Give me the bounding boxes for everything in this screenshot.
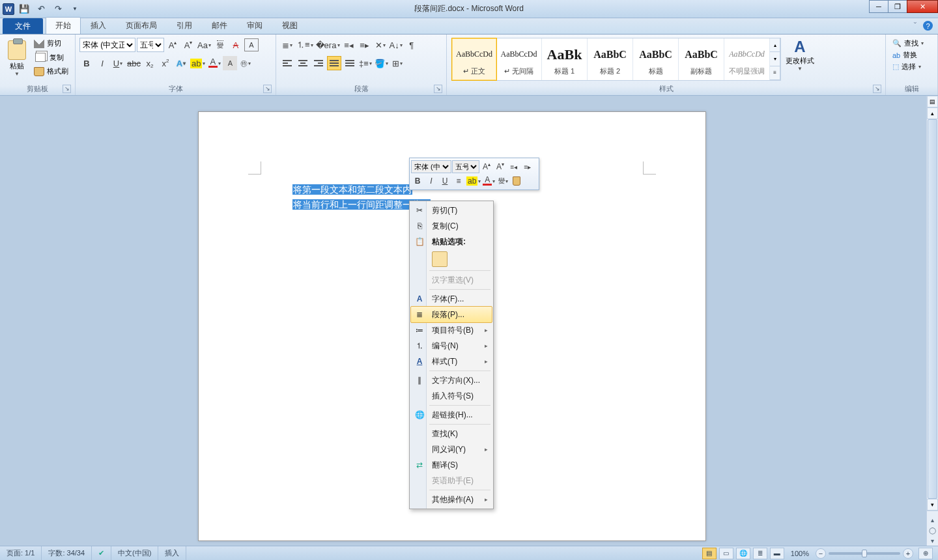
- scroll-up-button[interactable]: ▴: [927, 107, 938, 119]
- restore-button[interactable]: ❐: [888, 0, 907, 13]
- mini-increase-indent-button[interactable]: ≡▸: [521, 160, 534, 173]
- tab-view[interactable]: 视图: [272, 17, 307, 34]
- view-outline-button[interactable]: ≣: [753, 548, 767, 559]
- status-insert-mode[interactable]: 插入: [158, 546, 186, 560]
- style-subtitle[interactable]: AaBbC副标题: [679, 38, 724, 80]
- ctx-cut[interactable]: ✂剪切(T): [411, 203, 492, 218]
- highlight-button[interactable]: ab: [190, 56, 206, 70]
- format-painter-button[interactable]: 格式刷: [31, 65, 71, 77]
- font-size-select[interactable]: 五号: [137, 38, 164, 52]
- tab-review[interactable]: 审阅: [237, 17, 272, 34]
- status-proofing[interactable]: ✔: [92, 546, 111, 560]
- close-button[interactable]: ✕: [907, 0, 938, 13]
- tab-home[interactable]: 开始: [46, 17, 81, 34]
- align-right-button[interactable]: [311, 56, 326, 70]
- scroll-thumb[interactable]: [928, 119, 937, 499]
- qat-customize-button[interactable]: ▼: [68, 2, 82, 16]
- mini-italic-button[interactable]: I: [425, 175, 438, 188]
- mini-underline-button[interactable]: U: [438, 175, 451, 188]
- view-print-layout-button[interactable]: ▤: [702, 548, 717, 559]
- mini-format-painter-button[interactable]: [510, 175, 523, 188]
- ctx-bullets[interactable]: ≔项目符号(B)▸: [411, 322, 492, 338]
- app-icon[interactable]: W: [3, 3, 14, 15]
- gallery-down-button[interactable]: ▾: [770, 51, 780, 66]
- view-web-layout-button[interactable]: 🌐: [736, 548, 750, 559]
- status-language[interactable]: 中文(中国): [111, 546, 158, 560]
- gallery-up-button[interactable]: ▴: [770, 38, 780, 52]
- tab-references[interactable]: 引用: [167, 17, 202, 34]
- tab-mailings[interactable]: 邮件: [202, 17, 237, 34]
- undo-button[interactable]: ↶: [34, 2, 48, 16]
- minimize-button[interactable]: ─: [869, 0, 888, 13]
- ctx-hyperlink[interactable]: 🌐超链接(H)...: [411, 407, 492, 423]
- browse-object-button[interactable]: ◯: [927, 525, 938, 535]
- grow-font-button[interactable]: A▴: [165, 38, 180, 52]
- tab-file[interactable]: 文件: [3, 18, 43, 34]
- mini-grow-font-button[interactable]: A▴: [480, 160, 493, 173]
- prev-page-button[interactable]: ▴: [927, 514, 938, 525]
- text-effects-button[interactable]: A: [174, 56, 188, 70]
- zoom-level[interactable]: 100%: [791, 550, 809, 557]
- style-heading1[interactable]: AaBk标题 1: [542, 38, 588, 80]
- mini-bold-button[interactable]: B: [411, 175, 424, 188]
- line-spacing-button[interactable]: ‡≡: [358, 56, 373, 70]
- enclose-characters-button[interactable]: ㊕: [238, 56, 253, 70]
- ctx-other-actions[interactable]: 其他操作(A)▸: [411, 492, 492, 507]
- mini-highlight-button[interactable]: ab: [466, 175, 481, 188]
- ctx-translate[interactable]: ⇄翻译(S): [411, 457, 492, 473]
- ctx-synonyms[interactable]: 同义词(Y)▸: [411, 441, 492, 457]
- replace-button[interactable]: ab替换: [892, 50, 924, 60]
- scroll-track[interactable]: [927, 119, 938, 499]
- style-normal[interactable]: AaBbCcDd↵ 正文: [451, 38, 497, 81]
- subscript-button[interactable]: x2: [143, 56, 157, 70]
- show-marks-button[interactable]: ¶: [405, 38, 419, 52]
- strikethrough-button[interactable]: abc: [126, 56, 141, 70]
- gallery-more-button[interactable]: ≡: [770, 66, 780, 80]
- phonetic-guide-button[interactable]: 變: [213, 38, 227, 52]
- ctx-styles[interactable]: A样式(T)▸: [411, 354, 492, 369]
- borders-button[interactable]: ⊞: [390, 56, 405, 70]
- paste-keep-source-button[interactable]: [432, 251, 448, 267]
- align-left-button[interactable]: [280, 56, 294, 70]
- ctx-font[interactable]: A字体(F)...: [411, 291, 492, 307]
- mini-phonetic-button[interactable]: 變: [496, 175, 509, 188]
- view-draft-button[interactable]: ▬: [770, 548, 784, 559]
- status-page[interactable]: 页面: 1/1: [0, 546, 42, 560]
- shrink-font-button[interactable]: A▾: [181, 38, 195, 52]
- bold-button[interactable]: B: [79, 56, 94, 70]
- ctx-copy[interactable]: ⎘复制(C): [411, 218, 492, 234]
- decrease-indent-button[interactable]: ≡◂: [342, 38, 356, 52]
- mini-font-name-select[interactable]: 宋体 (中文: [411, 160, 451, 173]
- asian-layout-button[interactable]: ✕: [373, 38, 388, 52]
- align-justify-button[interactable]: [327, 56, 341, 70]
- redo-button[interactable]: ↷: [51, 2, 65, 16]
- font-color-button[interactable]: A: [207, 56, 221, 70]
- ctx-lookup[interactable]: 查找(K): [411, 426, 492, 441]
- find-button[interactable]: 🔍查找▾: [892, 38, 924, 48]
- clipboard-launcher[interactable]: ↘: [63, 85, 71, 93]
- clear-formatting-button[interactable]: A: [229, 38, 243, 52]
- cut-button[interactable]: 剪切: [31, 37, 71, 49]
- view-full-screen-button[interactable]: ▭: [719, 548, 733, 559]
- align-center-button[interactable]: [296, 56, 310, 70]
- zoom-in-button[interactable]: +: [903, 548, 913, 559]
- mini-center-button[interactable]: ≡: [452, 175, 465, 188]
- numbering-button[interactable]: ⒈≡: [296, 38, 314, 52]
- bullets-button[interactable]: ≣: [280, 38, 294, 52]
- ctx-paragraph[interactable]: ≣段落(P)...: [410, 306, 492, 323]
- zoom-fit-button[interactable]: ⊕: [918, 548, 933, 559]
- change-styles-button[interactable]: A 更改样式 ▼: [782, 38, 817, 72]
- ctx-numbering[interactable]: ⒈编号(N)▸: [411, 338, 492, 354]
- italic-button[interactable]: I: [95, 56, 109, 70]
- style-no-spacing[interactable]: AaBbCcDd↵ 无间隔: [496, 38, 542, 80]
- align-distribute-button[interactable]: [343, 56, 357, 70]
- next-page-button[interactable]: ▾: [927, 535, 938, 546]
- paste-button[interactable]: 粘贴 ▼: [4, 37, 30, 80]
- zoom-out-button[interactable]: −: [816, 548, 826, 559]
- increase-indent-button[interactable]: ≡▸: [358, 38, 372, 52]
- styles-launcher[interactable]: ↘: [873, 85, 881, 93]
- character-shading-button[interactable]: A: [223, 56, 237, 70]
- ruler-toggle-button[interactable]: ▤: [927, 96, 938, 107]
- scroll-down-button[interactable]: ▾: [927, 499, 938, 511]
- ctx-text-direction[interactable]: ∥文字方向(X)...: [411, 372, 492, 388]
